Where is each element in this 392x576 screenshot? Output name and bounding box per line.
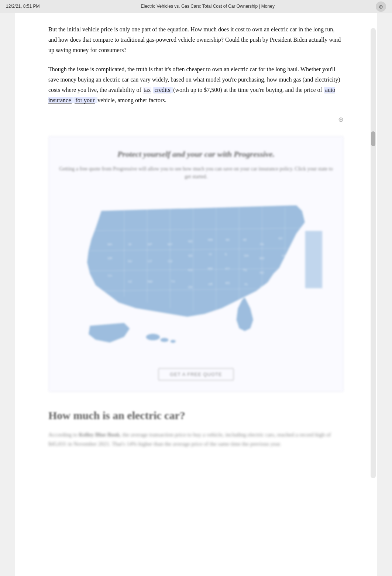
ad-title: Protect yourself and your car with Progr…	[56, 148, 336, 161]
for-your-highlight: for your	[74, 97, 97, 103]
us-main-shape	[87, 205, 305, 317]
state-ms: MS	[225, 281, 230, 285]
hawaii-3	[170, 339, 176, 343]
scrollbar[interactable]	[371, 28, 376, 478]
hawaii-2	[160, 338, 169, 342]
state-ok: OK	[188, 285, 193, 289]
state-ut: UT	[148, 259, 152, 263]
state-il: IL	[225, 252, 227, 256]
state-sd: SD	[188, 254, 193, 258]
tax-link[interactable]: tax	[143, 87, 152, 93]
florida-shape	[236, 297, 254, 331]
bottom-section: How much is an electric car? According t…	[48, 407, 344, 449]
state-tx: TX	[171, 280, 175, 283]
state-wa: WA	[107, 242, 113, 246]
scrollbar-thumb	[371, 131, 375, 146]
state-ky: KY	[226, 267, 230, 270]
us-map-svg: WA OR CA ID NV AZ MT UT NM WY CO TX	[67, 188, 325, 354]
bottom-blurred-text: According to Kelley Blue Book, the avera…	[48, 430, 344, 449]
credits-link[interactable]: credits	[154, 87, 171, 93]
scroll-to-top-button[interactable]: ⊕	[376, 1, 386, 12]
state-nv: NV	[128, 259, 132, 263]
top-bar-controls: ⊕	[376, 1, 386, 12]
state-nc: NC	[260, 271, 264, 275]
state-tn: TN	[243, 268, 247, 272]
state-or: OR	[107, 256, 112, 260]
state-nd: ND	[188, 239, 192, 243]
state-ar: AR	[208, 282, 213, 286]
for-your-link[interactable]: for your	[75, 97, 95, 104]
state-ks: KS	[188, 268, 193, 272]
east-coast-states	[305, 231, 323, 289]
ad-subtitle: Getting a free quote from Progressive wi…	[56, 165, 336, 180]
state-mi: MI	[243, 238, 247, 242]
credits-highlight: credits	[153, 87, 173, 93]
state-sc: SC	[260, 285, 264, 289]
state-mo: MO	[208, 267, 213, 270]
article-body: But the initial vehicle price is only on…	[48, 24, 344, 449]
timestamp: 12/2/21, 8:51 PM	[6, 3, 39, 10]
kelley-blue-book-link: Kelley Blue Book	[79, 432, 120, 438]
scroll-icon: ⊕	[338, 116, 344, 123]
paragraph-2: Though the issue is complicated, the tru…	[48, 64, 344, 106]
state-co: CO	[168, 259, 173, 263]
state-mn: MN	[208, 238, 213, 242]
state-ca: CA	[108, 274, 112, 277]
page-wrapper: 12/2/21, 8:51 PM Electric Vehicles vs. G…	[0, 0, 392, 576]
progressive-ad-block: Protect yourself and your car with Progr…	[48, 136, 344, 392]
paragraph-1: But the initial vehicle price is only on…	[48, 24, 344, 55]
state-wi: WI	[226, 238, 229, 242]
state-pa: PA	[260, 242, 264, 246]
state-az: AZ	[128, 280, 132, 283]
page-title: Electric Vehicles vs. Gas Cars: Total Co…	[39, 3, 376, 10]
us-map-container: WA OR CA ID NV AZ MT UT NM WY CO TX	[67, 188, 325, 357]
alaska-shape	[88, 323, 130, 343]
get-quote-button[interactable]: GET A FREE QUOTE	[158, 368, 233, 380]
browser-top-bar: 12/2/21, 8:51 PM Electric Vehicles vs. G…	[0, 0, 392, 13]
state-mt: MT	[148, 242, 152, 246]
main-content: But the initial vehicle price is only on…	[15, 13, 377, 576]
state-nm: NM	[148, 280, 152, 283]
bottom-paragraph: According to Kelley Blue Book, the avera…	[48, 430, 344, 449]
section-heading: How much is an electric car?	[48, 407, 344, 424]
hawaii-main	[146, 334, 160, 341]
state-wv: WV	[259, 256, 265, 260]
state-ia: IA	[209, 252, 212, 256]
state-id: ID	[128, 242, 132, 246]
state-ga: GA	[281, 271, 286, 275]
content-scroll-indicator: ⊕	[48, 114, 344, 125]
state-wy: WY	[168, 242, 173, 246]
state-oh: OH	[244, 254, 249, 258]
state-al: AL	[244, 282, 248, 286]
state-va: VA	[282, 254, 286, 258]
state-ny: NY	[279, 237, 283, 240]
